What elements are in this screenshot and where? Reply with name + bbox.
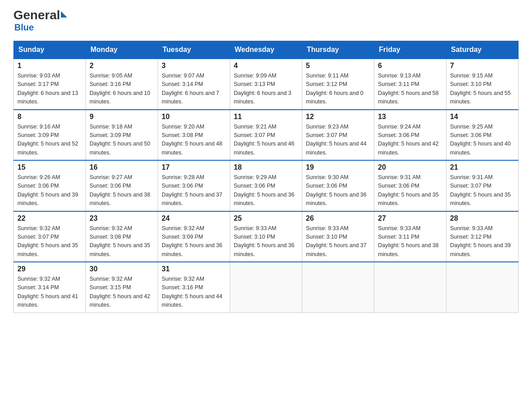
day-info: Sunrise: 9:09 AMSunset: 3:13 PMDaylight:…: [234, 72, 298, 107]
calendar-week-row: 8Sunrise: 9:16 AMSunset: 3:09 PMDaylight…: [14, 110, 519, 161]
calendar-cell: 26Sunrise: 9:33 AMSunset: 3:10 PMDayligh…: [302, 211, 374, 262]
calendar-cell: [230, 262, 302, 313]
col-header-saturday: Saturday: [446, 41, 519, 59]
calendar-cell: 19Sunrise: 9:30 AMSunset: 3:06 PMDayligh…: [302, 160, 374, 211]
calendar-cell: 23Sunrise: 9:32 AMSunset: 3:08 PMDayligh…: [86, 211, 158, 262]
day-number: 1: [17, 62, 82, 70]
calendar-cell: 15Sunrise: 9:26 AMSunset: 3:06 PMDayligh…: [14, 160, 86, 211]
day-number: 3: [162, 62, 226, 70]
calendar-cell: 10Sunrise: 9:20 AMSunset: 3:08 PMDayligh…: [158, 110, 230, 161]
day-number: 4: [234, 62, 298, 70]
day-number: 25: [234, 214, 298, 223]
day-info: Sunrise: 9:32 AMSunset: 3:16 PMDaylight:…: [162, 275, 226, 310]
col-header-monday: Monday: [86, 41, 158, 59]
calendar-cell: 17Sunrise: 9:28 AMSunset: 3:06 PMDayligh…: [158, 160, 230, 211]
day-info: Sunrise: 9:23 AMSunset: 3:07 PMDaylight:…: [306, 123, 370, 158]
day-info: Sunrise: 9:32 AMSunset: 3:15 PMDaylight:…: [90, 275, 154, 310]
col-header-sunday: Sunday: [14, 41, 86, 59]
day-number: 12: [306, 113, 370, 121]
day-number: 20: [378, 163, 442, 171]
day-info: Sunrise: 9:11 AMSunset: 3:12 PMDaylight:…: [306, 72, 370, 107]
day-info: Sunrise: 9:07 AMSunset: 3:14 PMDaylight:…: [162, 72, 226, 107]
logo-general-text: General: [13, 9, 60, 21]
calendar-cell: [302, 262, 374, 313]
calendar-cell: 24Sunrise: 9:32 AMSunset: 3:09 PMDayligh…: [158, 211, 230, 262]
day-number: 10: [162, 113, 226, 121]
calendar-cell: [374, 262, 446, 313]
day-number: 28: [450, 214, 515, 223]
day-info: Sunrise: 9:33 AMSunset: 3:11 PMDaylight:…: [378, 224, 442, 259]
day-number: 2: [90, 62, 154, 70]
day-number: 24: [162, 214, 226, 223]
day-number: 9: [90, 113, 154, 121]
col-header-wednesday: Wednesday: [230, 41, 302, 59]
col-header-tuesday: Tuesday: [158, 41, 230, 59]
calendar-cell: [446, 262, 519, 313]
calendar-cell: 5Sunrise: 9:11 AMSunset: 3:12 PMDaylight…: [302, 59, 374, 110]
day-number: 6: [378, 62, 442, 70]
day-info: Sunrise: 9:27 AMSunset: 3:06 PMDaylight:…: [90, 173, 154, 208]
logo-triangle-icon: [61, 11, 67, 17]
day-info: Sunrise: 9:29 AMSunset: 3:06 PMDaylight:…: [234, 173, 298, 208]
calendar-table: SundayMondayTuesdayWednesdayThursdayFrid…: [13, 41, 519, 313]
day-info: Sunrise: 9:26 AMSunset: 3:06 PMDaylight:…: [17, 173, 82, 208]
day-number: 19: [306, 163, 370, 171]
day-info: Sunrise: 9:16 AMSunset: 3:09 PMDaylight:…: [17, 123, 82, 158]
day-number: 29: [17, 265, 82, 273]
calendar-week-row: 15Sunrise: 9:26 AMSunset: 3:06 PMDayligh…: [14, 160, 519, 211]
calendar-cell: 12Sunrise: 9:23 AMSunset: 3:07 PMDayligh…: [302, 110, 374, 161]
calendar-cell: 30Sunrise: 9:32 AMSunset: 3:15 PMDayligh…: [86, 262, 158, 313]
day-number: 26: [306, 214, 370, 223]
day-number: 31: [162, 265, 226, 273]
calendar-cell: 25Sunrise: 9:33 AMSunset: 3:10 PMDayligh…: [230, 211, 302, 262]
day-number: 7: [450, 62, 515, 70]
calendar-cell: 3Sunrise: 9:07 AMSunset: 3:14 PMDaylight…: [158, 59, 230, 110]
calendar-cell: 31Sunrise: 9:32 AMSunset: 3:16 PMDayligh…: [158, 262, 230, 313]
calendar-cell: 6Sunrise: 9:13 AMSunset: 3:11 PMDaylight…: [374, 59, 446, 110]
day-number: 17: [162, 163, 226, 171]
day-info: Sunrise: 9:33 AMSunset: 3:10 PMDaylight:…: [306, 224, 370, 259]
day-info: Sunrise: 9:24 AMSunset: 3:06 PMDaylight:…: [378, 123, 442, 158]
day-number: 8: [17, 113, 82, 121]
day-number: 11: [234, 113, 298, 121]
calendar-week-row: 1Sunrise: 9:03 AMSunset: 3:17 PMDaylight…: [14, 59, 519, 110]
day-info: Sunrise: 9:25 AMSunset: 3:06 PMDaylight:…: [450, 123, 515, 158]
col-header-friday: Friday: [374, 41, 446, 59]
day-info: Sunrise: 9:15 AMSunset: 3:10 PMDaylight:…: [450, 72, 515, 107]
calendar-cell: 7Sunrise: 9:15 AMSunset: 3:10 PMDaylight…: [446, 59, 519, 110]
day-info: Sunrise: 9:30 AMSunset: 3:06 PMDaylight:…: [306, 173, 370, 208]
calendar-cell: 28Sunrise: 9:33 AMSunset: 3:12 PMDayligh…: [446, 211, 519, 262]
calendar-cell: 29Sunrise: 9:32 AMSunset: 3:14 PMDayligh…: [14, 262, 86, 313]
day-info: Sunrise: 9:31 AMSunset: 3:07 PMDaylight:…: [450, 173, 515, 208]
day-info: Sunrise: 9:13 AMSunset: 3:11 PMDaylight:…: [378, 72, 442, 107]
calendar-cell: 18Sunrise: 9:29 AMSunset: 3:06 PMDayligh…: [230, 160, 302, 211]
day-info: Sunrise: 9:05 AMSunset: 3:16 PMDaylight:…: [90, 72, 154, 107]
day-number: 13: [378, 113, 442, 121]
day-number: 14: [450, 113, 515, 121]
day-number: 16: [90, 163, 154, 171]
day-number: 23: [90, 214, 154, 223]
calendar-cell: 13Sunrise: 9:24 AMSunset: 3:06 PMDayligh…: [374, 110, 446, 161]
day-info: Sunrise: 9:32 AMSunset: 3:08 PMDaylight:…: [90, 224, 154, 259]
day-info: Sunrise: 9:32 AMSunset: 3:14 PMDaylight:…: [17, 275, 82, 310]
day-info: Sunrise: 9:20 AMSunset: 3:08 PMDaylight:…: [162, 123, 226, 158]
day-number: 21: [450, 163, 515, 171]
day-info: Sunrise: 9:33 AMSunset: 3:10 PMDaylight:…: [234, 224, 298, 259]
col-header-thursday: Thursday: [302, 41, 374, 59]
day-info: Sunrise: 9:18 AMSunset: 3:09 PMDaylight:…: [90, 123, 154, 158]
page-header: General Blue: [13, 9, 519, 33]
day-number: 30: [90, 265, 154, 273]
day-info: Sunrise: 9:31 AMSunset: 3:06 PMDaylight:…: [378, 173, 442, 208]
day-info: Sunrise: 9:33 AMSunset: 3:12 PMDaylight:…: [450, 224, 515, 259]
day-info: Sunrise: 9:32 AMSunset: 3:07 PMDaylight:…: [17, 224, 82, 259]
calendar-cell: 8Sunrise: 9:16 AMSunset: 3:09 PMDaylight…: [14, 110, 86, 161]
calendar-header-row: SundayMondayTuesdayWednesdayThursdayFrid…: [14, 41, 519, 59]
day-number: 15: [17, 163, 82, 171]
logo-blue-text: Blue: [14, 22, 34, 33]
day-number: 27: [378, 214, 442, 223]
calendar-week-row: 22Sunrise: 9:32 AMSunset: 3:07 PMDayligh…: [14, 211, 519, 262]
logo: General Blue: [13, 9, 67, 33]
calendar-cell: 9Sunrise: 9:18 AMSunset: 3:09 PMDaylight…: [86, 110, 158, 161]
calendar-week-row: 29Sunrise: 9:32 AMSunset: 3:14 PMDayligh…: [14, 262, 519, 313]
calendar-cell: 2Sunrise: 9:05 AMSunset: 3:16 PMDaylight…: [86, 59, 158, 110]
